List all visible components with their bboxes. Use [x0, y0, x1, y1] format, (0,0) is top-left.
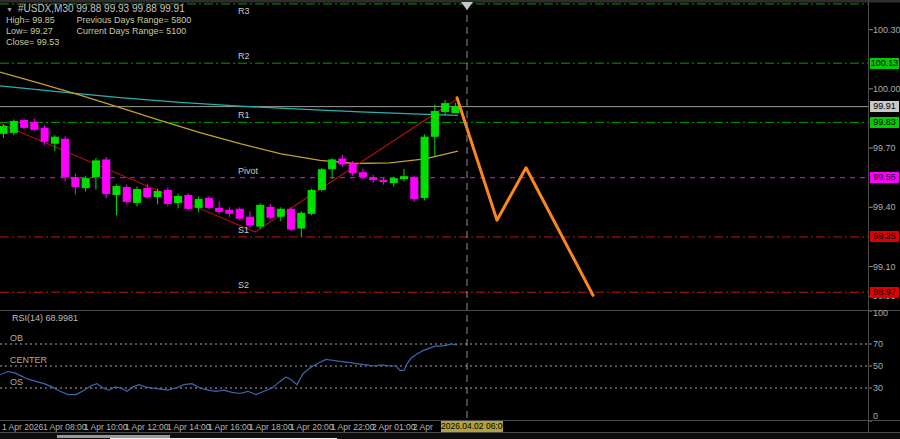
info-low: Low= 99.27 [6, 26, 74, 36]
candle-bull [195, 199, 202, 207]
y-tick-label: 99.70 [873, 143, 896, 153]
pivot-label-r1: R1 [238, 110, 250, 120]
y-tick-label: 100.30 [873, 25, 900, 35]
candle-bull [431, 112, 438, 137]
candle-bull [452, 107, 459, 113]
candle-bull [82, 179, 89, 188]
chart-window: ▼#USDX,M30 99.88 99.93 99.88 99.91 High=… [0, 0, 900, 439]
candle-bull [92, 161, 99, 177]
candle-bear [267, 207, 274, 217]
candle-bull [308, 191, 315, 214]
info-close: Close= 99.53 [6, 37, 74, 47]
candle-bear [339, 159, 346, 164]
y-tick-label: 99.10 [873, 262, 896, 272]
candle-bear [164, 191, 171, 204]
candle-bull [10, 121, 17, 132]
rsi-line [0, 344, 457, 395]
candle-bull [329, 160, 336, 169]
symbol-ohlc-title: #USDX,M30 99.88 99.93 99.88 99.91 [18, 3, 185, 14]
rsi-tick-label: 0 [873, 411, 878, 421]
time-axis-label: 1 Apr 10:00 [84, 422, 127, 432]
pivot-label-r3: R3 [238, 6, 250, 16]
candle-bear [62, 139, 69, 177]
candle-bull [175, 196, 182, 202]
price-badge-s1: 99.25 [870, 231, 899, 242]
candle-bull [401, 177, 408, 179]
candle-bear [144, 189, 151, 197]
candle-bear [31, 122, 38, 129]
candle-bear [226, 210, 233, 213]
info-high: High= 99.85 [6, 15, 74, 25]
vline-handle-icon[interactable] [461, 2, 473, 10]
time-axis-label: 1 Apr 12:00 [125, 422, 168, 432]
candle-bull [257, 205, 264, 226]
crosshair-time-badge: 2026.04.02 06:00 [441, 421, 503, 432]
candle-bull [277, 209, 284, 216]
candle-bear [288, 209, 295, 229]
time-axis-label: 1 Apr 08:00 [43, 422, 86, 432]
candle-bear [72, 178, 79, 187]
candle-bull [390, 179, 397, 183]
candle-bull [421, 137, 428, 197]
candle-bear [236, 209, 243, 218]
candle-bear [359, 173, 366, 177]
price-badge-r1: 99.83 [870, 117, 899, 128]
candle-bear [185, 195, 192, 208]
time-axis-label: 1 Apr 20:00 [290, 422, 333, 432]
info-prev-day-range: Previous Days Range= 5800 [77, 15, 192, 25]
ma-slow-cyan [0, 86, 458, 115]
candle-bear [103, 160, 110, 194]
time-axis-label: 1 Apr 22:00 [331, 422, 374, 432]
rsi-level-label-center: CENTER [10, 355, 47, 365]
candle-bull [154, 192, 161, 197]
rsi-tick-label: 100 [873, 308, 888, 318]
candle-bear [123, 188, 130, 202]
candle-bear [349, 164, 356, 173]
chart-canvas[interactable] [0, 0, 900, 439]
rsi-tick-label: 70 [873, 339, 883, 349]
y-tick-label: 99.40 [873, 202, 896, 212]
time-axis-label: 2 Apr [413, 422, 433, 432]
price-badge-r2: 100.13 [870, 58, 899, 69]
info-curr-day-range: Current Days Range= 5100 [77, 26, 187, 36]
time-axis-label: 1 Apr 16:00 [208, 422, 251, 432]
rsi-tick-label: 30 [873, 383, 883, 393]
candle-bull [134, 190, 141, 203]
price-badge-s2: 98.97 [870, 287, 899, 298]
time-axis-label: 1 Apr 14:00 [167, 422, 210, 432]
candle-bull [0, 126, 7, 133]
time-axis-label: 2 Apr 01:00 [372, 422, 415, 432]
candle-bull [442, 104, 449, 112]
time-axis-label: 1 Apr 2026 [2, 422, 43, 432]
candle-bear [380, 181, 387, 182]
chart-info-header: ▼#USDX,M30 99.88 99.93 99.88 99.91 High=… [6, 3, 191, 47]
bottom-scrollbar [0, 433, 900, 439]
rsi-tick-label: 50 [873, 361, 883, 371]
candle-bull [318, 170, 325, 190]
candle-bear [21, 120, 28, 127]
y-tick-label: 100.00 [873, 84, 900, 94]
rsi-level-label-os: OS [10, 377, 23, 387]
rsi-indicator-label: RSI(14) 68.9981 [12, 313, 78, 323]
rsi-level-label-ob: OB [10, 333, 23, 343]
candle-bull [51, 137, 58, 143]
pivot-label-r2: R2 [238, 51, 250, 61]
price-axis[interactable]: 98.9599.1099.4099.70100.00100.30100.1399… [869, 0, 900, 432]
candle-bull [113, 187, 120, 195]
candle-bear [216, 208, 223, 211]
candle-bull [298, 213, 305, 228]
pivot-label-s2: S2 [238, 280, 249, 290]
price-badge-pivot: 99.55 [870, 172, 899, 183]
current-price-badge: 99.91 [870, 101, 899, 112]
pivot-label-s1: S1 [238, 225, 249, 235]
forecast-path [457, 98, 593, 296]
candle-bear [41, 128, 48, 141]
candle-bear [205, 198, 212, 207]
candle-bear [246, 217, 253, 225]
symbol-dropdown-icon[interactable]: ▼ [6, 6, 13, 13]
candle-bear [411, 178, 418, 199]
time-axis-label: 1 Apr 18:00 [249, 422, 292, 432]
candle-bear [370, 178, 377, 180]
pivot-label-pivot: Pivot [238, 166, 258, 176]
time-axis[interactable]: 2026.04.02 06:00 1 Apr 20261 Apr 08:001 … [0, 421, 868, 432]
